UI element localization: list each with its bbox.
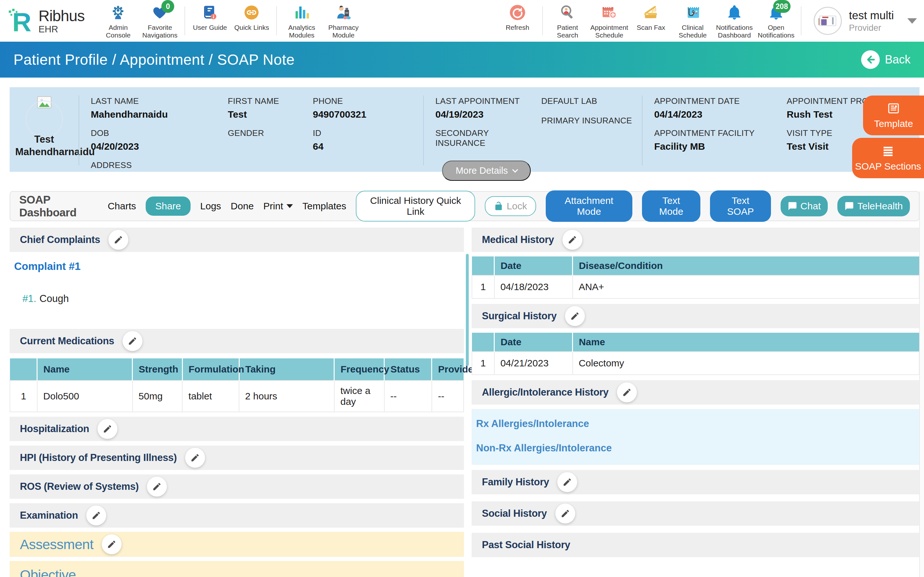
scan-fax-icon bbox=[643, 3, 659, 22]
table-header-row: Date Disease/Condition bbox=[472, 256, 919, 276]
complaint-number: #1. bbox=[23, 293, 36, 304]
brand-sub: EHR bbox=[39, 24, 84, 35]
back-button[interactable]: Back bbox=[861, 50, 911, 69]
pencil-icon bbox=[113, 235, 123, 245]
cell-index: 1 bbox=[472, 351, 494, 375]
edit-social-history-button[interactable] bbox=[556, 504, 575, 524]
left-column-scrollbar-thumb[interactable] bbox=[466, 254, 469, 366]
section-title: Chief Complaints bbox=[20, 234, 100, 245]
complaint-item: #1.Cough bbox=[14, 293, 464, 305]
field-first-name: FIRST NAME Test bbox=[228, 96, 298, 120]
edit-surgical-history-button[interactable] bbox=[565, 306, 585, 326]
templates-link[interactable]: Templates bbox=[302, 201, 347, 211]
cell-condition: ANA+ bbox=[573, 276, 919, 298]
appointment-schedule-icon bbox=[601, 3, 617, 22]
nav-clinical-schedule[interactable]: Clinical Schedule bbox=[672, 0, 714, 42]
nav-favorite-navigations[interactable]: 0 Favorite Navigations bbox=[139, 0, 181, 42]
section-surgical-history: Surgical History bbox=[472, 304, 919, 328]
non-rx-allergies-link[interactable]: Non-Rx Allergies/Intolerance bbox=[476, 442, 919, 454]
nav-scan-fax[interactable]: Scan Fax bbox=[630, 0, 672, 42]
text-soap-label: Text SOAP bbox=[719, 195, 762, 217]
col-header bbox=[472, 256, 494, 276]
edit-family-history-button[interactable] bbox=[557, 472, 577, 492]
section-title: Medical History bbox=[482, 234, 554, 245]
field-id: ID 64 bbox=[313, 128, 420, 152]
refresh-icon bbox=[509, 3, 526, 22]
user-menu[interactable]: test multi Provider bbox=[814, 0, 917, 42]
lock-button[interactable]: Lock bbox=[485, 196, 536, 216]
cell-name: Dolo500 bbox=[37, 380, 132, 412]
field-label: FIRST NAME bbox=[228, 96, 298, 106]
field-label: LAST APPOINTMENT bbox=[435, 96, 527, 106]
field-dob: DOB 04/20/2023 bbox=[91, 128, 213, 152]
nav-label: Clinical Schedule bbox=[672, 24, 714, 39]
page-scrollbar-track[interactable] bbox=[919, 191, 924, 577]
attachment-mode-label: Attachment Mode bbox=[555, 195, 624, 217]
cell-date: 04/21/2023 bbox=[494, 351, 573, 375]
nav-open-notifications[interactable]: 208 Open Notifications bbox=[755, 0, 797, 42]
telehealth-button[interactable]: TeleHealth bbox=[837, 196, 910, 216]
field-appointment-facility: APPOINTMENT FACILITY Facility MB bbox=[654, 128, 772, 152]
edit-chief-complaints-button[interactable] bbox=[108, 230, 128, 250]
template-button[interactable]: Template bbox=[863, 95, 924, 135]
nav-pharmacy-module[interactable]: Pharmacy Module bbox=[322, 0, 364, 42]
section-title: Family History bbox=[482, 476, 549, 488]
complaint-group-link[interactable]: Complaint #1 bbox=[14, 260, 81, 272]
avatar bbox=[814, 7, 842, 35]
nav-notifications-dashboard[interactable]: Notifications Dashboard bbox=[714, 0, 755, 42]
edit-medical-history-button[interactable] bbox=[562, 230, 582, 250]
nav-label: Refresh bbox=[506, 24, 529, 31]
brand-logo[interactable]: R Ribhus EHR bbox=[7, 0, 84, 42]
table-row: 1 04/21/2023 Colectomy bbox=[472, 351, 919, 375]
charts-link[interactable]: Charts bbox=[108, 201, 136, 211]
favorites-count-badge: 0 bbox=[162, 0, 174, 13]
notifications-count-badge: 208 bbox=[773, 0, 790, 13]
caret-down-icon bbox=[286, 204, 293, 208]
clinical-history-quick-link-button[interactable]: Clinical History Quick Link bbox=[356, 191, 475, 221]
text-soap-button[interactable]: Text SOAP bbox=[710, 190, 771, 222]
clinical-schedule-icon bbox=[685, 3, 701, 22]
col-header bbox=[472, 333, 494, 351]
edit-allergy-history-button[interactable] bbox=[617, 382, 637, 402]
pencil-icon bbox=[107, 540, 116, 549]
patient-col-name: LAST NAME Mahendharnaidu DOB 04/20/2023 … bbox=[79, 93, 216, 172]
edit-assessment-button[interactable] bbox=[102, 534, 121, 554]
attachment-mode-button[interactable]: Attachment Mode bbox=[546, 190, 632, 222]
chat-button[interactable]: Chat bbox=[780, 196, 828, 216]
pencil-icon bbox=[561, 509, 570, 518]
nav-label: Admin Console bbox=[97, 24, 139, 39]
soap-sections-button[interactable]: SOAP Sections bbox=[852, 138, 924, 178]
patient-photo-block: Test Mahendharnaidu bbox=[10, 93, 79, 172]
nav-analytics-modules[interactable]: Analytics Modules bbox=[281, 0, 322, 42]
nav-refresh[interactable]: Refresh bbox=[497, 0, 538, 42]
nav-user-guide[interactable]: User Guide bbox=[189, 0, 231, 42]
edit-hospitalization-button[interactable] bbox=[97, 419, 118, 439]
print-dropdown[interactable]: Print bbox=[263, 201, 293, 211]
table-row: 1 Dolo500 50mg tablet 2 hours twice a da… bbox=[10, 380, 464, 412]
field-address: ADDRESS bbox=[91, 160, 213, 170]
complaint-text: Cough bbox=[39, 293, 69, 304]
field-label: APPOINTMENT FACILITY bbox=[654, 128, 772, 138]
edit-examination-button[interactable] bbox=[86, 506, 106, 525]
chat-label: Chat bbox=[800, 201, 821, 211]
col-header: Date bbox=[494, 256, 573, 276]
edit-ros-button[interactable] bbox=[147, 477, 167, 496]
current-medications-table: Name Strength Formulation Taking Frequen… bbox=[10, 358, 464, 412]
nav-patient-search[interactable]: Patient Search bbox=[547, 0, 588, 42]
nav-admin-console[interactable]: Admin Console bbox=[97, 0, 139, 42]
pencil-icon bbox=[152, 482, 162, 492]
bell-badge-icon: 208 bbox=[768, 3, 784, 22]
rx-allergies-link[interactable]: Rx Allergies/Intolerance bbox=[476, 418, 919, 430]
section-current-medications: Current Medications bbox=[10, 329, 464, 353]
text-mode-button[interactable]: Text Mode bbox=[642, 190, 700, 222]
nav-quick-links[interactable]: Quick Links bbox=[231, 0, 272, 42]
edit-hpi-button[interactable] bbox=[185, 448, 205, 468]
nav-appointment-schedule[interactable]: Appointment Schedule bbox=[588, 0, 630, 42]
logs-link[interactable]: Logs bbox=[200, 201, 221, 211]
edit-current-medications-button[interactable] bbox=[123, 331, 142, 351]
more-details-button[interactable]: More Details bbox=[442, 161, 531, 181]
done-link[interactable]: Done bbox=[231, 201, 254, 211]
share-button[interactable]: Share bbox=[145, 197, 191, 216]
pencil-icon bbox=[567, 235, 577, 245]
ribhus-logo-icon: R bbox=[7, 7, 35, 35]
